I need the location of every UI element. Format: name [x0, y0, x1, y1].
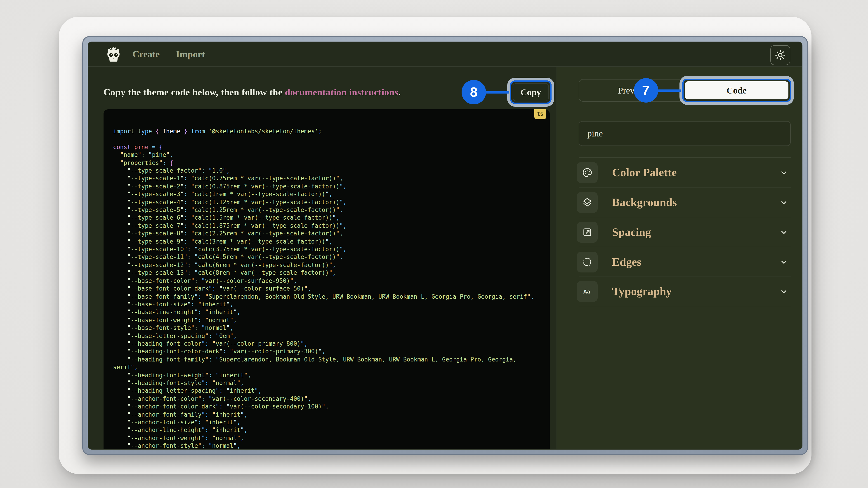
- accordion-label: Color Palette: [612, 166, 677, 179]
- accordion-label: Spacing: [612, 226, 651, 238]
- theme-name-input[interactable]: [579, 121, 791, 146]
- nav-item-create[interactable]: Create: [132, 48, 160, 60]
- code-block: ts import type { Theme } from '@skeleton…: [103, 109, 550, 450]
- chevron-down-icon: [779, 257, 789, 267]
- app-body: Copy the theme code below, then follow t…: [88, 67, 802, 449]
- accordion-label: Typography: [612, 285, 672, 298]
- documentation-link[interactable]: documentation instructions: [285, 87, 398, 97]
- chevron-down-icon: [779, 227, 789, 237]
- top-nav: Create Import: [88, 42, 802, 66]
- code-content: import type { Theme } from '@skeletonlab…: [113, 127, 540, 450]
- accordion-item-spacing[interactable]: Spacing: [579, 217, 791, 247]
- accordion-item-backgrounds[interactable]: Backgrounds: [579, 187, 791, 217]
- view-tabbar: Preview Code: [579, 79, 791, 102]
- accordion-item-typography[interactable]: Aa Typography: [579, 276, 791, 306]
- accordion-label: Backgrounds: [612, 196, 677, 208]
- sun-icon: [774, 49, 786, 61]
- skeleton-skull-logo[interactable]: [104, 46, 123, 62]
- browser-window-frame: Create Import: [82, 36, 808, 455]
- svg-text:Aa: Aa: [583, 289, 590, 295]
- chevron-down-icon: [779, 197, 789, 207]
- dashed-border-icon: [577, 252, 598, 272]
- nav-item-import[interactable]: Import: [176, 48, 205, 60]
- accordion-label: Edges: [612, 256, 642, 268]
- accordion-item-edges[interactable]: Edges: [579, 247, 791, 276]
- chevron-down-icon: [779, 287, 789, 296]
- main-panel: Copy the theme code below, then follow t…: [88, 67, 557, 449]
- chevron-down-icon: [779, 167, 789, 177]
- theme-toggle-button[interactable]: [770, 45, 790, 65]
- settings-sidebar: Preview Code: [557, 67, 802, 449]
- layers-icon: [577, 192, 598, 213]
- stage: Create Import: [0, 0, 868, 488]
- palette-icon: [577, 162, 598, 183]
- typescript-badge: ts: [534, 109, 546, 119]
- code-tab[interactable]: Code: [685, 81, 788, 99]
- settings-accordion: Color Palette: [579, 157, 791, 306]
- preview-tab[interactable]: Preview: [581, 81, 685, 99]
- typography-icon: Aa: [577, 281, 598, 302]
- app-screen: Create Import: [88, 41, 802, 450]
- resize-icon: [577, 222, 598, 242]
- copy-button[interactable]: Copy: [513, 83, 549, 101]
- instruction-text: Copy the theme code below, then follow t…: [103, 87, 401, 98]
- instruction-row: Copy the theme code below, then follow t…: [103, 83, 549, 101]
- accordion-item-color-palette[interactable]: Color Palette: [579, 157, 791, 187]
